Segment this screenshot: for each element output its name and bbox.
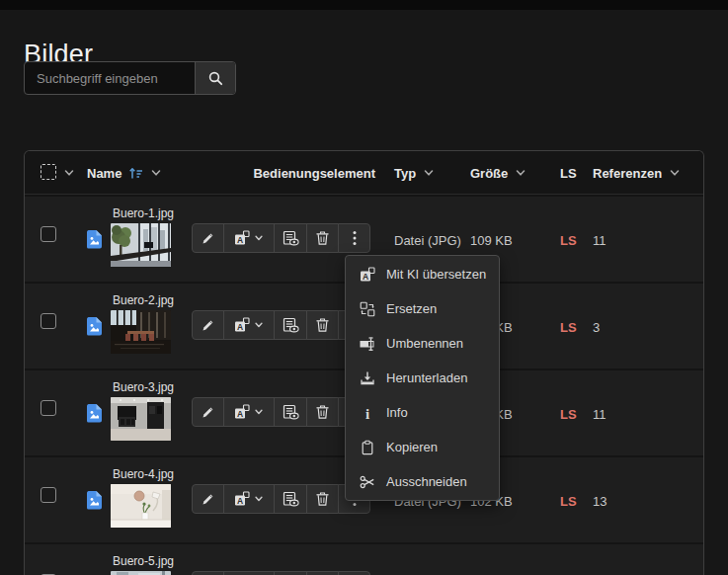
delete-button[interactable] xyxy=(306,223,339,253)
rename-icon xyxy=(359,336,375,352)
image-file-icon xyxy=(87,491,102,510)
delete-button[interactable] xyxy=(306,571,339,575)
menu-item-download[interactable]: Herunterladen xyxy=(346,361,499,395)
edit-button[interactable] xyxy=(192,223,224,253)
ls-badge: LS xyxy=(560,457,577,544)
file-thumbnail[interactable] xyxy=(111,484,171,528)
show-references-button[interactable] xyxy=(274,484,307,514)
svg-text:A: A xyxy=(237,496,243,506)
edit-button[interactable] xyxy=(192,397,224,427)
references-count[interactable]: 11 xyxy=(593,197,607,284)
row-controls: A xyxy=(192,223,370,253)
show-references-button[interactable] xyxy=(274,223,307,253)
translate-button[interactable]: A xyxy=(223,397,275,427)
show-references-button[interactable] xyxy=(274,397,307,427)
chevron-down-icon[interactable] xyxy=(669,167,681,179)
translate-icon: A xyxy=(359,267,375,283)
references-count[interactable]: 3 xyxy=(593,284,600,370)
edit-button[interactable] xyxy=(192,484,224,514)
menu-item-info[interactable]: i Info xyxy=(346,395,499,430)
image-file-icon xyxy=(87,317,102,336)
column-header-type[interactable]: Typ xyxy=(394,151,435,195)
chevron-down-icon xyxy=(254,407,264,417)
more-options-button[interactable] xyxy=(338,571,370,575)
select-options-chevron[interactable] xyxy=(63,151,75,195)
references-count[interactable]: 11 xyxy=(593,370,607,457)
search-button[interactable] xyxy=(195,62,235,94)
table-header: Name Bedienungselement Typ Größe xyxy=(25,151,703,195)
column-header-name[interactable]: Name xyxy=(87,151,162,195)
edit-button[interactable] xyxy=(192,571,224,575)
kebab-menu-icon xyxy=(352,230,358,246)
file-name-cell[interactable]: Buero-2.jpg xyxy=(111,293,190,354)
svg-text:A: A xyxy=(362,271,367,281)
column-header-references[interactable]: Referenzen xyxy=(593,151,681,195)
references-count[interactable]: 13 xyxy=(593,457,607,544)
chevron-down-icon xyxy=(254,233,264,243)
record-eye-icon xyxy=(283,230,299,246)
svg-text:i: i xyxy=(364,405,368,421)
search-bar xyxy=(24,61,236,95)
row-checkbox[interactable] xyxy=(40,400,56,416)
row-checkbox[interactable] xyxy=(40,487,56,503)
pencil-icon xyxy=(201,231,215,246)
menu-item-cut[interactable]: Ausschneiden xyxy=(346,464,499,499)
file-name[interactable]: Buero-1.jpg xyxy=(113,206,190,220)
translate-icon: A xyxy=(234,230,250,246)
delete-button[interactable] xyxy=(306,484,339,514)
file-name-cell[interactable]: Buero-4.jpg xyxy=(111,467,190,528)
top-bar xyxy=(0,0,728,10)
file-name[interactable]: Buero-3.jpg xyxy=(113,380,190,394)
menu-item-rename[interactable]: Umbenennen xyxy=(346,326,499,361)
translate-button[interactable]: A xyxy=(223,484,275,514)
file-name-cell[interactable]: Buero-5.jpg xyxy=(111,554,190,575)
search-icon xyxy=(207,70,224,87)
translate-icon: A xyxy=(234,404,250,420)
ls-badge: LS xyxy=(560,284,577,370)
record-eye-icon xyxy=(283,317,299,333)
translate-icon: A xyxy=(234,317,250,333)
translate-button[interactable]: A xyxy=(223,310,275,340)
menu-item-copy[interactable]: Kopieren xyxy=(346,430,499,464)
file-name-cell[interactable]: Buero-1.jpg xyxy=(111,206,190,267)
sort-ascending-icon[interactable] xyxy=(128,166,143,180)
row-checkbox[interactable] xyxy=(40,313,56,329)
file-thumbnail[interactable] xyxy=(111,223,171,267)
file-thumbnail[interactable] xyxy=(111,397,171,441)
menu-item-translate-ki[interactable]: A Mit KI übersetzen xyxy=(346,257,499,291)
row-checkbox[interactable] xyxy=(40,226,56,242)
download-icon xyxy=(359,370,375,386)
image-file-icon xyxy=(87,404,102,423)
translate-button[interactable]: A xyxy=(223,223,275,253)
chevron-down-icon xyxy=(254,494,264,504)
file-name[interactable]: Buero-4.jpg xyxy=(113,467,190,481)
trash-icon xyxy=(315,230,330,246)
file-thumbnail[interactable] xyxy=(111,310,171,354)
select-all-checkbox[interactable] xyxy=(40,164,56,180)
file-name-cell[interactable]: Buero-3.jpg xyxy=(111,380,190,441)
edit-button[interactable] xyxy=(192,310,224,340)
pencil-icon xyxy=(201,318,215,333)
row-controls: A xyxy=(192,310,370,340)
translate-button[interactable] xyxy=(223,571,275,575)
pencil-icon xyxy=(201,405,215,420)
chevron-down-icon[interactable] xyxy=(515,167,526,179)
column-header-size[interactable]: Größe xyxy=(470,151,526,195)
search-input[interactable] xyxy=(25,62,195,94)
copy-clipboard-icon xyxy=(359,440,375,455)
file-name[interactable]: Buero-5.jpg xyxy=(113,554,190,568)
row-controls xyxy=(192,571,370,575)
show-references-button[interactable] xyxy=(274,310,307,340)
table-row: Buero-5.jpg xyxy=(25,542,703,575)
file-thumbnail[interactable] xyxy=(111,571,171,575)
record-eye-icon xyxy=(283,491,299,507)
more-options-button[interactable] xyxy=(338,223,370,253)
chevron-down-icon[interactable] xyxy=(150,167,162,179)
delete-button[interactable] xyxy=(306,397,339,427)
file-name[interactable]: Buero-2.jpg xyxy=(113,293,190,307)
chevron-down-icon[interactable] xyxy=(423,167,435,179)
menu-item-replace[interactable]: Ersetzen xyxy=(346,291,499,326)
chevron-down-icon xyxy=(254,320,264,330)
delete-button[interactable] xyxy=(306,310,339,340)
show-references-button[interactable] xyxy=(274,571,307,575)
